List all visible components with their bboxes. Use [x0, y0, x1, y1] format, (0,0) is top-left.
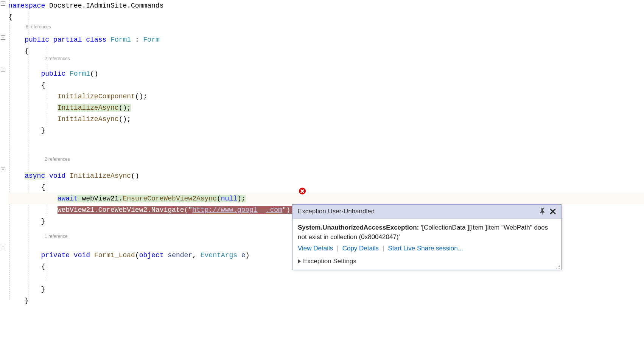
code-line[interactable]: InitializeAsync();: [8, 102, 644, 113]
error-icon[interactable]: [298, 187, 306, 195]
fold-toggle[interactable]: −: [1, 35, 5, 40]
code-line[interactable]: async void InitializeAsync(): [8, 170, 644, 182]
expand-icon: [298, 259, 301, 264]
popup-title: Exception User-Unhandled: [298, 208, 375, 215]
code-line[interactable]: InitializeAsync();: [8, 113, 644, 125]
separator: |: [383, 245, 384, 252]
code-editor[interactable]: − − − − − namespace Docstree.IAdminSite.…: [0, 0, 644, 337]
svg-point-4: [558, 268, 558, 269]
code-line[interactable]: InitializeComponent();: [8, 91, 644, 102]
exception-settings-label: Exception Settings: [303, 258, 356, 265]
code-line[interactable]: }: [8, 295, 644, 306]
namespace-name: Docstree.IAdminSite.Commands: [45, 2, 163, 9]
popup-header-icons: [540, 208, 556, 214]
pin-icon[interactable]: [540, 208, 545, 214]
blank-line: [8, 136, 644, 148]
separator: |: [337, 245, 338, 252]
blank-line: [8, 148, 644, 159]
fold-toggle[interactable]: −: [1, 1, 5, 6]
current-line[interactable]: await webView21.EnsureCoreWebView2Async(…: [8, 193, 644, 204]
fold-toggle[interactable]: −: [1, 67, 5, 71]
exception-settings-toggle[interactable]: Exception Settings: [292, 256, 561, 270]
fold-toggle[interactable]: −: [1, 245, 5, 249]
resize-grip[interactable]: [555, 264, 560, 269]
close-icon[interactable]: [550, 208, 556, 214]
spacer-line: [8, 57, 644, 68]
fold-toggle[interactable]: −: [1, 168, 5, 172]
code-line[interactable]: }: [8, 284, 644, 295]
spacer-line: [8, 23, 644, 34]
copy-details-link[interactable]: Copy Details: [342, 245, 379, 252]
code-line[interactable]: {: [8, 45, 644, 57]
code-line[interactable]: {: [8, 182, 644, 193]
popup-header[interactable]: Exception User-Unhandled: [292, 205, 561, 219]
code-line[interactable]: public partial class Form1 : Form: [8, 34, 644, 45]
svg-point-5: [559, 268, 560, 269]
code-line[interactable]: {: [8, 79, 644, 91]
live-share-link[interactable]: Start Live Share session...: [388, 245, 463, 252]
code-line[interactable]: public Form1(): [8, 68, 644, 79]
exception-message: System.UnauthorizedAccessException: '[Co…: [292, 219, 561, 245]
code-area[interactable]: namespace Docstree.IAdminSite.Commands {…: [7, 0, 644, 337]
svg-point-3: [556, 268, 557, 269]
exception-type: System.UnauthorizedAccessException:: [298, 224, 419, 231]
svg-point-0: [559, 265, 560, 266]
svg-point-2: [559, 266, 560, 267]
blank-line: [8, 272, 644, 284]
view-details-link[interactable]: View Details: [298, 245, 333, 252]
keyword: namespace: [8, 2, 45, 9]
spacer-line: [8, 159, 644, 170]
code-line[interactable]: {: [8, 11, 644, 23]
popup-actions: View Details | Copy Details | Start Live…: [292, 245, 561, 256]
fold-gutter: − − − − −: [0, 0, 7, 337]
code-line[interactable]: namespace Docstree.IAdminSite.Commands: [8, 0, 644, 11]
code-line[interactable]: }: [8, 125, 644, 136]
svg-point-1: [558, 266, 558, 267]
exception-popup[interactable]: Exception User-Unhandled System.Unauthor…: [292, 204, 562, 270]
